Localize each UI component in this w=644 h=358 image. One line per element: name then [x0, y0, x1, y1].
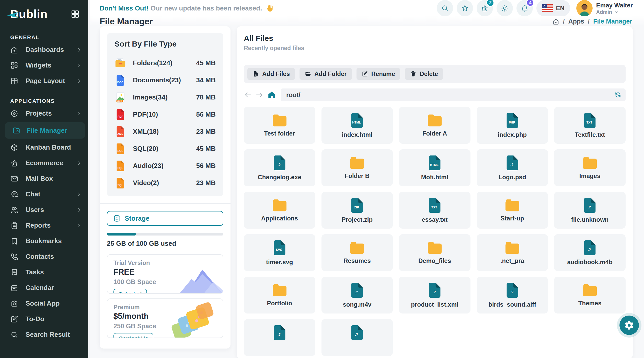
file-icon: TXT [428, 197, 442, 214]
plan-illustration-mountain [171, 255, 223, 294]
file-card-mofi-html[interactable]: HTMLMofi.html [399, 149, 470, 186]
brand-logo[interactable]: Dublin [10, 7, 48, 21]
file-type-row-images-34[interactable]: JPEGImages(34)78 MB [114, 89, 216, 106]
file-type-row-documents-23[interactable]: DOCDocuments(23)34 MB [114, 72, 216, 89]
sidebar-item-tasks[interactable]: Tasks [0, 264, 90, 280]
folder-card-folder-a[interactable]: Folder A [399, 107, 470, 144]
chevron-right-icon [76, 207, 82, 213]
sidebar-item-bookmarks[interactable]: Bookmarks [0, 233, 90, 249]
sidebar-scrollbar[interactable] [88, 0, 90, 358]
selected-button[interactable]: Selected [113, 289, 147, 294]
sidebar-item-to-do[interactable]: To-Do [0, 311, 90, 327]
storage-button[interactable]: Storage [107, 211, 223, 226]
notifications-button[interactable]: 4 [516, 0, 533, 16]
file-type-row-pdf-10[interactable]: PDFPDF(10)56 MB [114, 106, 216, 123]
sidebar-item-ecommerce[interactable]: Ecommerce [0, 155, 90, 171]
svg-text:.?: .? [278, 163, 281, 167]
file-type-row-xml-18[interactable]: XMLXML(18)23 MB [114, 123, 216, 140]
sidebar-item-mail-box[interactable]: Mail Box [0, 171, 90, 186]
search-button[interactable] [437, 0, 453, 16]
file-type-row-video-2[interactable]: SQLVideo(2)23 MB [114, 174, 216, 192]
language-label: EN [556, 5, 564, 12]
folder-file-icon [114, 57, 126, 69]
chat-icon [10, 190, 18, 198]
file-card-textfile-txt[interactable]: TXTTextfile.txt [554, 107, 626, 144]
delete-button[interactable]: Delete [405, 68, 443, 80]
folder-card-themes[interactable]: Themes [554, 277, 626, 314]
file-card-index-html[interactable]: HTMLindex.html [321, 107, 393, 144]
file-card-audiobook-m4b[interactable]: .?audiobook.m4b [554, 234, 626, 271]
add-folder-icon [305, 71, 311, 77]
svg-text:SQL: SQL [118, 166, 123, 170]
cart-button[interactable]: 2 [477, 0, 493, 16]
file-card-essay-txt[interactable]: TXTessay.txt [399, 192, 470, 229]
sun-icon [501, 4, 509, 12]
folder-card-images[interactable]: Images [554, 149, 626, 186]
contact-us-button[interactable]: Contact Us [113, 333, 153, 338]
sidebar-item-contacts[interactable]: Contacts [0, 249, 90, 264]
sidebar-item-search-result[interactable]: Search Result [0, 327, 90, 342]
sidebar-item-file-manager[interactable]: File Manager [5, 122, 85, 139]
sidebar-item-users[interactable]: Users [0, 202, 90, 218]
sidebar-section-label: APPLICATIONS [10, 98, 90, 104]
file-icon: .? [583, 197, 597, 214]
sidebar-item-chat[interactable]: Chat [0, 186, 90, 202]
folder-card-test-folder[interactable]: Test folder [244, 107, 315, 144]
folder-card-resumes[interactable]: Resumes [321, 234, 393, 271]
file-type-row-folders-124[interactable]: Folders(124)45 MB [114, 54, 216, 72]
chevron-right-icon [76, 78, 82, 84]
file-icon: .? [505, 155, 520, 171]
sidebar-item-page-layout[interactable]: Page Layout [0, 73, 90, 89]
sidebar-item-social-app[interactable]: Social App [0, 296, 90, 311]
breadcrumb-apps[interactable]: Apps [568, 18, 584, 25]
file-card-file-unknown[interactable]: .?file.unknown [554, 192, 626, 229]
folder-card-net-pra[interactable]: .net_pra [477, 234, 548, 271]
file-card-song-m4v[interactable]: .?song.m4v [321, 277, 393, 314]
sidebar-item-calendar[interactable]: Calendar [0, 280, 90, 296]
delete-icon [410, 71, 417, 77]
sidebar-item-reports[interactable]: Reports [0, 218, 90, 233]
file-card-birds-sound-aiff[interactable]: .?birds_sound.aiff [477, 277, 548, 314]
home-icon [10, 46, 18, 54]
sidebar-item-projects[interactable]: Projects [0, 106, 90, 121]
add-folder-button[interactable]: Add Folder [300, 68, 352, 80]
sidebar-item-kanban-board[interactable]: Kanban Board [0, 140, 90, 155]
bookmark-icon [10, 237, 18, 245]
home-button[interactable] [267, 91, 276, 99]
user-menu[interactable]: Emay Walter Admin [576, 0, 633, 16]
rename-button[interactable]: Rename [356, 68, 400, 80]
sidebar-item-dashboards[interactable]: Dashboards [0, 42, 90, 58]
folder-card-applications[interactable]: Applications [244, 192, 315, 229]
file-type-row-sql-20[interactable]: SQLSQL(20)45 MB [114, 140, 216, 157]
file-card-item[interactable]: .? [321, 319, 393, 356]
path-input[interactable]: root/ [281, 88, 626, 101]
announcement: Don't Miss Out! Our new update has been … [100, 4, 274, 13]
file-type-row-audio-23[interactable]: SQLAudio(23)56 MB [114, 157, 216, 174]
folder-card-folder-b[interactable]: Folder B [321, 149, 393, 186]
file-card-item[interactable]: .? [244, 319, 315, 356]
settings-fab[interactable] [619, 316, 639, 335]
file-card-index-php[interactable]: PHPindex.php [477, 107, 548, 144]
sidebar-toggle-icon[interactable] [71, 9, 80, 19]
folder-card-demo-files[interactable]: Demo_files [399, 234, 470, 271]
files-panel-subtitle: Recently opened files [244, 45, 626, 52]
theme-toggle-button[interactable] [497, 0, 513, 16]
sidebar-item-widgets[interactable]: Widgets [0, 58, 90, 73]
back-button[interactable] [244, 91, 252, 99]
folder-card-portfolio[interactable]: Portfolio [244, 277, 315, 314]
breadcrumb-current[interactable]: File Manager [593, 18, 632, 25]
refresh-button[interactable] [614, 91, 622, 98]
file-card-changelog-exe[interactable]: .?Changelog.exe [244, 149, 315, 186]
language-selector[interactable]: EN [536, 0, 570, 16]
file-card-product-list-xml[interactable]: .?product_list.xml [399, 277, 470, 314]
breadcrumb-home-icon[interactable] [552, 18, 559, 25]
folder-card-start-up[interactable]: Start-up [477, 192, 548, 229]
gear-icon [624, 320, 634, 330]
add-files-button[interactable]: Add Files [247, 68, 295, 80]
file-card-logo-psd[interactable]: .?Logo.psd [477, 149, 548, 186]
file-card-project-zip[interactable]: ZIPProject.zip [321, 192, 393, 229]
forward-button[interactable] [255, 91, 264, 99]
favorites-button[interactable] [457, 0, 473, 16]
svg-text:TXT: TXT [431, 206, 437, 209]
file-card-timer-svg[interactable]: SVGtimer.svg [244, 234, 315, 271]
